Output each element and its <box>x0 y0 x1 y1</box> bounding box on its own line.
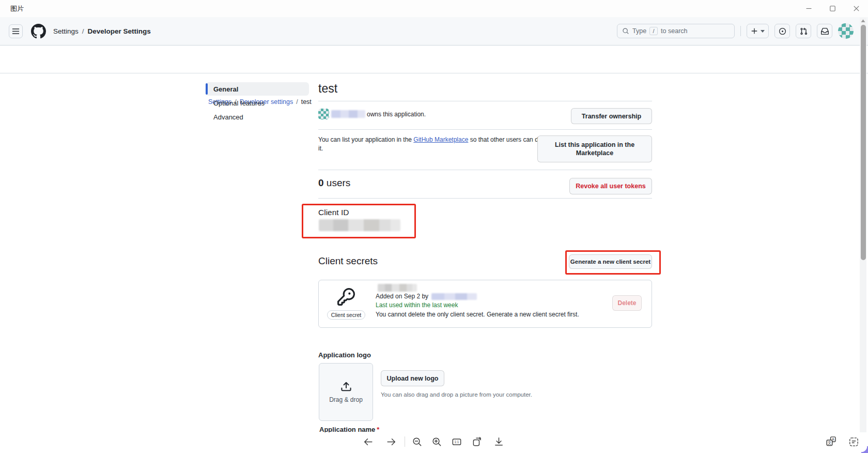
upload-hint-text: You can also drag and drop a picture fro… <box>381 391 532 398</box>
header-divider <box>740 26 741 36</box>
actual-size-icon: 1:1 <box>451 436 462 447</box>
next-image-button[interactable] <box>383 435 399 448</box>
search-placeholder-suffix: to search <box>661 27 687 35</box>
translate-icon: A 文 <box>826 436 837 447</box>
header-context-separator: / <box>82 27 84 35</box>
github-logo-icon[interactable] <box>31 24 46 39</box>
marketplace-text-before: You can list your application in the <box>318 136 413 143</box>
actual-size-button[interactable]: 1:1 <box>449 435 464 448</box>
sidebar-item-general[interactable]: General <box>206 82 309 96</box>
download-icon <box>493 436 504 447</box>
translate-image-button[interactable]: A 文 <box>824 435 839 448</box>
issue-opened-icon <box>779 27 786 35</box>
hamburger-menu-button[interactable] <box>9 24 23 38</box>
header-context-settings[interactable]: Settings <box>53 27 79 35</box>
maximize-icon <box>830 6 835 11</box>
user-avatar[interactable] <box>838 23 854 39</box>
client-id-value-redacted <box>319 219 400 231</box>
dropzone-label: Drag & drop <box>329 396 363 403</box>
generate-new-client-secret-button[interactable]: Generate a new client secret <box>569 254 652 269</box>
actual-size-label: 1:1 <box>455 440 459 444</box>
search-slash-key-hint: / <box>649 27 658 35</box>
sidebar-item-advanced[interactable]: Advanced <box>206 110 309 124</box>
secret-last-used: Last used within the last week <box>376 301 458 309</box>
secret-added-by-redacted <box>431 293 477 300</box>
zoom-out-button[interactable] <box>409 435 425 448</box>
rotate-button[interactable] <box>469 435 485 448</box>
key-icon <box>337 288 355 306</box>
photos-app-window: 图片 Settings / Developer Settings <box>0 0 868 453</box>
window-title: 图片 <box>10 4 24 13</box>
delete-secret-button[interactable]: Delete <box>612 295 642 311</box>
scrollbar-up-button[interactable] <box>861 19 865 23</box>
plus-icon <box>751 27 758 35</box>
owner-row: owns this application. <box>318 109 426 119</box>
secret-delete-note: You cannot delete the only client secret… <box>376 311 579 318</box>
search-icon <box>622 27 629 35</box>
text-ocr-button[interactable] <box>846 435 861 448</box>
sidebar-item-label: General <box>213 85 238 93</box>
pull-requests-button[interactable] <box>796 24 811 38</box>
toolbar-divider <box>405 436 405 447</box>
github-marketplace-link[interactable]: GitHub Marketplace <box>413 136 468 143</box>
main-content: test owns this application. Transfer own… <box>318 73 652 432</box>
owner-avatar <box>318 109 329 119</box>
inbox-button[interactable] <box>817 24 832 38</box>
users-count: 0 <box>318 177 324 188</box>
revoke-all-user-tokens-button[interactable]: Revoke all user tokens <box>569 178 652 194</box>
minimize-button[interactable] <box>797 0 820 17</box>
inbox-icon <box>821 27 829 35</box>
github-header: Settings / Developer Settings Type / to … <box>0 17 868 46</box>
transfer-ownership-button[interactable]: Transfer ownership <box>571 108 652 124</box>
zoom-in-icon <box>431 436 442 447</box>
owner-text: owns this application. <box>367 111 426 118</box>
client-secret-card: Client secret Added on Sep 2 by Last use… <box>318 280 652 328</box>
save-image-button[interactable] <box>491 435 506 448</box>
previous-image-button[interactable] <box>360 435 376 448</box>
create-new-button[interactable] <box>747 24 769 38</box>
close-button[interactable] <box>844 0 868 17</box>
client-id-label: Client ID <box>318 208 349 217</box>
sidebar-item-label: Optional features <box>213 99 265 107</box>
git-pull-request-icon <box>800 27 808 35</box>
application-logo-label: Application logo <box>318 351 371 359</box>
maximize-button[interactable] <box>820 0 844 17</box>
upload-new-logo-button[interactable]: Upload new logo <box>381 370 444 386</box>
marketplace-text: You can list your application in the Git… <box>318 135 559 153</box>
global-search-input[interactable]: Type / to search <box>617 24 735 38</box>
client-secret-badge: Client secret <box>327 310 365 320</box>
owner-name-redacted <box>331 110 365 118</box>
list-in-marketplace-button[interactable]: List this application in the Marketplace <box>537 135 652 162</box>
client-secrets-heading: Client secrets <box>318 255 378 267</box>
page-title: test <box>318 82 337 96</box>
search-placeholder-prefix: Type <box>632 27 646 35</box>
secret-added-text: Added on Sep 2 by <box>376 293 428 300</box>
close-icon <box>854 6 859 11</box>
issues-button[interactable] <box>774 24 790 38</box>
header-context-breadcrumb: Settings / Developer Settings <box>53 27 151 35</box>
secret-added-line: Added on Sep 2 by <box>376 293 477 300</box>
header-context-current[interactable]: Developer Settings <box>88 27 151 35</box>
sidebar-item-optional-features[interactable]: Optional features <box>206 96 309 110</box>
sidebar-item-label: Advanced <box>213 113 243 121</box>
page-breadcrumb-bar: Settings / Developer settings / test <box>0 46 868 73</box>
zoom-in-button[interactable] <box>429 435 444 448</box>
upload-icon <box>340 381 352 392</box>
arrow-left-icon <box>363 436 374 447</box>
window-controls <box>797 0 868 17</box>
minimize-icon <box>806 6 812 11</box>
logo-dropzone[interactable]: Drag & drop <box>319 363 373 421</box>
secret-value-redacted <box>378 284 417 292</box>
users-label: users <box>327 177 350 188</box>
scan-text-icon <box>848 436 859 447</box>
settings-sidebar: General Optional features Advanced <box>206 82 309 124</box>
desktop-corner <box>861 446 868 453</box>
scrollbar-thumb[interactable] <box>861 25 866 260</box>
window-titlebar: 图片 <box>0 0 868 17</box>
chevron-down-icon <box>761 30 765 33</box>
zoom-out-icon <box>412 436 423 447</box>
svg-text:文: 文 <box>828 441 832 445</box>
hamburger-icon <box>12 27 20 35</box>
users-count-heading: 0 users <box>318 177 350 189</box>
arrow-right-icon <box>386 436 397 447</box>
